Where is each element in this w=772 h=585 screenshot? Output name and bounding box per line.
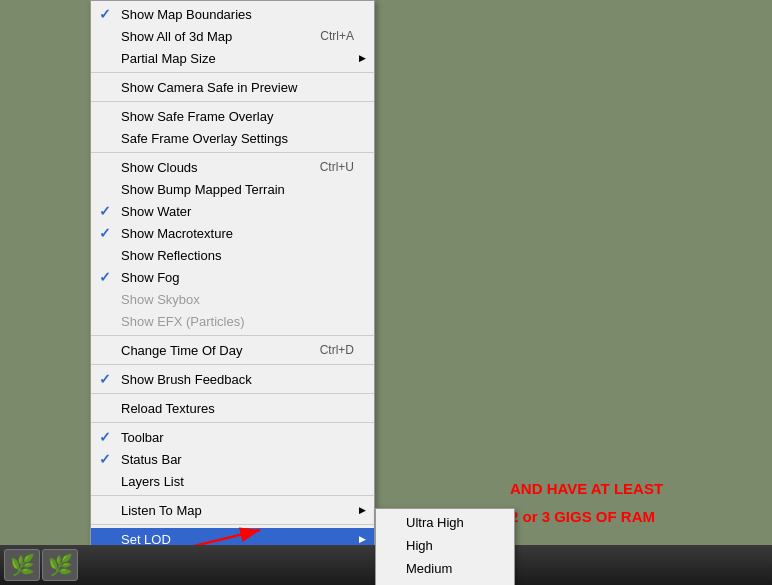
- menu-separator: [91, 152, 374, 153]
- menu-item-show-camera-safe[interactable]: Show Camera Safe in Preview: [91, 76, 374, 98]
- submenu-item-low[interactable]: Low: [376, 580, 514, 585]
- checkmark-show-map-boundaries: ✓: [99, 6, 111, 22]
- lod-submenu: Ultra HighHighMediumLow•Very Low: [375, 508, 515, 585]
- menu-label-show-bump: Show Bump Mapped Terrain: [121, 182, 285, 197]
- menu-separator: [91, 364, 374, 365]
- checkmark-show-macrotexture: ✓: [99, 225, 111, 241]
- shortcut-change-time: Ctrl+D: [290, 343, 354, 357]
- context-menu: ✓Show Map BoundariesShow All of 3d MapCt…: [90, 0, 375, 553]
- menu-label-listen-to-map: Listen To Map: [121, 503, 202, 518]
- menu-item-show-efx[interactable]: Show EFX (Particles): [91, 310, 374, 332]
- menu-item-show-macrotexture[interactable]: ✓Show Macrotexture: [91, 222, 374, 244]
- submenu-item-high[interactable]: High: [376, 534, 514, 557]
- menu-item-show-reflections[interactable]: Show Reflections: [91, 244, 374, 266]
- leaf-icon-1: 🌿: [10, 553, 35, 577]
- menu-label-show-clouds: Show Clouds: [121, 160, 198, 175]
- checkmark-show-fog: ✓: [99, 269, 111, 285]
- menu-item-reload-textures[interactable]: Reload Textures: [91, 397, 374, 419]
- shortcut-show-clouds: Ctrl+U: [290, 160, 354, 174]
- submenu-label-medium: Medium: [406, 561, 452, 576]
- taskbar-btn-1[interactable]: 🌿: [4, 549, 40, 581]
- leaf-icon-2: 🌿: [48, 553, 73, 577]
- menu-label-show-skybox: Show Skybox: [121, 292, 200, 307]
- menu-item-partial-map-size[interactable]: Partial Map Size: [91, 47, 374, 69]
- menu-item-show-map-boundaries[interactable]: ✓Show Map Boundaries: [91, 3, 374, 25]
- checkmark-toolbar: ✓: [99, 429, 111, 445]
- menu-item-layers-list[interactable]: Layers List: [91, 470, 374, 492]
- menu-item-show-brush[interactable]: ✓Show Brush Feedback: [91, 368, 374, 390]
- menu-separator: [91, 72, 374, 73]
- menu-label-layers-list: Layers List: [121, 474, 184, 489]
- menu-label-show-all-3d-map: Show All of 3d Map: [121, 29, 232, 44]
- menu-separator: [91, 422, 374, 423]
- menu-item-show-clouds[interactable]: Show CloudsCtrl+U: [91, 156, 374, 178]
- menu-label-safe-frame-settings: Safe Frame Overlay Settings: [121, 131, 288, 146]
- submenu-label-high: High: [406, 538, 433, 553]
- menu-item-show-bump[interactable]: Show Bump Mapped Terrain: [91, 178, 374, 200]
- menu-label-show-efx: Show EFX (Particles): [121, 314, 245, 329]
- menu-item-status-bar[interactable]: ✓Status Bar: [91, 448, 374, 470]
- menu-item-change-time[interactable]: Change Time Of DayCtrl+D: [91, 339, 374, 361]
- menu-label-show-camera-safe: Show Camera Safe in Preview: [121, 80, 297, 95]
- menu-separator: [91, 495, 374, 496]
- submenu-item-ultra-high[interactable]: Ultra High: [376, 511, 514, 534]
- menu-label-show-brush: Show Brush Feedback: [121, 372, 252, 387]
- submenu-item-medium[interactable]: Medium: [376, 557, 514, 580]
- menu-separator: [91, 101, 374, 102]
- menu-label-show-fog: Show Fog: [121, 270, 180, 285]
- menu-item-show-water[interactable]: ✓Show Water: [91, 200, 374, 222]
- menu-label-status-bar: Status Bar: [121, 452, 182, 467]
- menu-label-show-reflections: Show Reflections: [121, 248, 221, 263]
- menu-label-change-time: Change Time Of Day: [121, 343, 242, 358]
- menu-item-safe-frame-settings[interactable]: Safe Frame Overlay Settings: [91, 127, 374, 149]
- menu-label-show-water: Show Water: [121, 204, 191, 219]
- menu-label-reload-textures: Reload Textures: [121, 401, 215, 416]
- menu-item-show-fog[interactable]: ✓Show Fog: [91, 266, 374, 288]
- menu-item-show-skybox[interactable]: Show Skybox: [91, 288, 374, 310]
- checkmark-show-brush: ✓: [99, 371, 111, 387]
- menu-label-show-safe-frame: Show Safe Frame Overlay: [121, 109, 273, 124]
- menu-item-listen-to-map[interactable]: Listen To Map: [91, 499, 374, 521]
- menu-label-toolbar: Toolbar: [121, 430, 164, 445]
- menu-label-partial-map-size: Partial Map Size: [121, 51, 216, 66]
- checkmark-show-water: ✓: [99, 203, 111, 219]
- menu-item-show-safe-frame[interactable]: Show Safe Frame Overlay: [91, 105, 374, 127]
- menu-label-show-macrotexture: Show Macrotexture: [121, 226, 233, 241]
- taskbar-btn-2[interactable]: 🌿: [42, 549, 78, 581]
- menu-separator: [91, 335, 374, 336]
- shortcut-show-all-3d-map: Ctrl+A: [290, 29, 354, 43]
- menu-label-show-map-boundaries: Show Map Boundaries: [121, 7, 252, 22]
- menu-item-show-all-3d-map[interactable]: Show All of 3d MapCtrl+A: [91, 25, 374, 47]
- submenu-label-ultra-high: Ultra High: [406, 515, 464, 530]
- menu-separator: [91, 524, 374, 525]
- menu-item-toolbar[interactable]: ✓Toolbar: [91, 426, 374, 448]
- checkmark-status-bar: ✓: [99, 451, 111, 467]
- menu-separator: [91, 393, 374, 394]
